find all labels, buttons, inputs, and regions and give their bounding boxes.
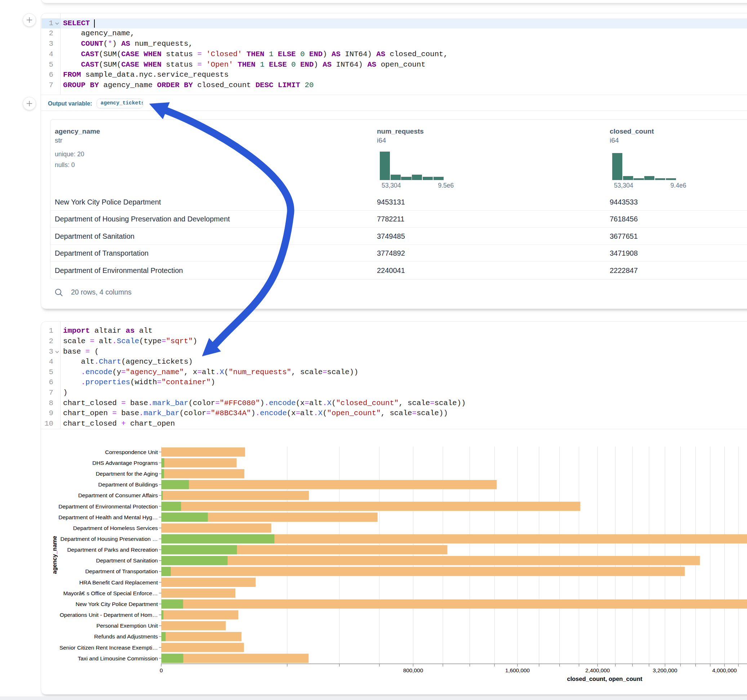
svg-text:Department of Parks and Recrea: Department of Parks and Recreation <box>67 547 158 553</box>
svg-text:Department of Consumer Affairs: Department of Consumer Affairs <box>78 492 158 498</box>
svg-text:DHS Advantage Programs: DHS Advantage Programs <box>92 460 158 466</box>
svg-text:Department of Health and Menta: Department of Health and Mental Hyg… <box>58 514 158 520</box>
svg-text:Correspondence Unit: Correspondence Unit <box>105 449 158 455</box>
svg-text:Taxi and Limousine Commission: Taxi and Limousine Commission <box>78 655 158 661</box>
svg-text:Department of Sanitation: Department of Sanitation <box>96 557 158 564</box>
svg-text:Department for the Aging: Department for the Aging <box>96 471 158 477</box>
svg-text:New York City Police Departmen: New York City Police Department <box>76 601 158 607</box>
svg-text:Personal Exemption Unit: Personal Exemption Unit <box>96 623 158 629</box>
svg-text:closed_count, open_count: closed_count, open_count <box>567 676 643 682</box>
svg-text:Senior Citizen Rent Increase E: Senior Citizen Rent Increase Exempti… <box>59 644 158 651</box>
svg-text:Department of Transportation: Department of Transportation <box>85 568 158 574</box>
svg-text:agency_name: agency_name <box>51 536 57 574</box>
svg-text:Mayorâ€ s Office of Special En: Mayorâ€ s Office of Special Enforce… <box>64 590 158 596</box>
svg-text:Department of Homeless Service: Department of Homeless Services <box>73 525 158 531</box>
svg-text:Operations Unit - Department o: Operations Unit - Department of Hom… <box>60 612 158 618</box>
svg-text:800,000: 800,000 <box>403 667 423 673</box>
svg-text:Department of Housing Preserva: Department of Housing Preservation … <box>60 536 158 542</box>
svg-text:Refunds and Adjustments: Refunds and Adjustments <box>94 634 158 640</box>
svg-text:3,200,000: 3,200,000 <box>653 667 677 673</box>
svg-text:Department of Buildings: Department of Buildings <box>98 481 158 487</box>
svg-text:Department of Environmental Pr: Department of Environmental Protection <box>58 503 158 510</box>
svg-text:2,400,000: 2,400,000 <box>585 667 610 673</box>
svg-text:1,600,000: 1,600,000 <box>505 667 530 673</box>
svg-text:0: 0 <box>160 667 163 673</box>
svg-text:4,000,000: 4,000,000 <box>712 667 736 673</box>
svg-text:HRA Benefit Card Replacement: HRA Benefit Card Replacement <box>79 579 158 585</box>
